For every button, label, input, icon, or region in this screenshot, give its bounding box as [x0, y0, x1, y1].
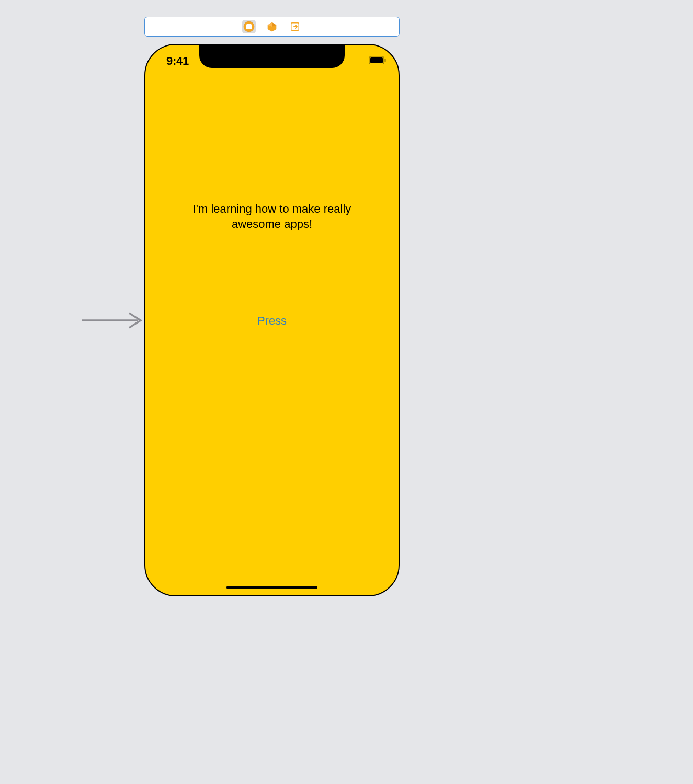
phone-preview-frame: 9:41 I'm learning how to make really awe…: [144, 44, 400, 596]
svg-rect-9: [370, 57, 383, 63]
svg-rect-1: [246, 24, 252, 29]
first-responder-icon[interactable]: [265, 20, 279, 33]
svg-rect-10: [385, 59, 386, 62]
exit-icon[interactable]: [288, 20, 302, 33]
status-bar: 9:41: [145, 54, 399, 69]
interface-builder-canvas[interactable]: 9:41 I'm learning how to make really awe…: [0, 0, 542, 613]
main-text-label[interactable]: I'm learning how to make really awesome …: [145, 202, 399, 232]
status-time: 9:41: [166, 54, 189, 68]
battery-icon: [369, 56, 386, 66]
home-indicator: [226, 586, 317, 589]
view-controller-icon[interactable]: [242, 20, 256, 33]
scene-dock: [144, 17, 400, 37]
storyboard-entry-arrow-icon[interactable]: [82, 311, 145, 332]
press-button[interactable]: Press: [145, 314, 399, 328]
